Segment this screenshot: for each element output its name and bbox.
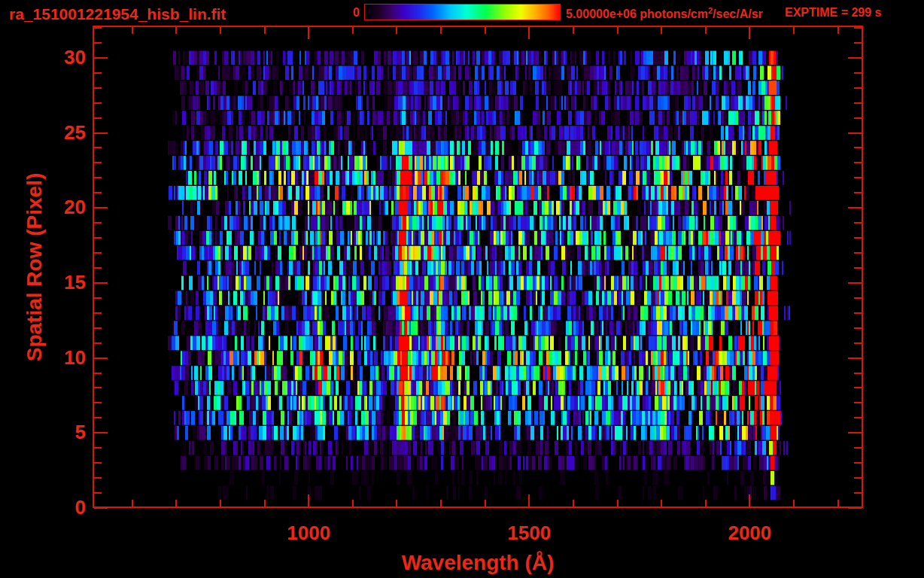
y-axis-tick-right: [854, 267, 862, 269]
y-axis-tick: [94, 373, 102, 374]
x-axis-tick: [175, 500, 177, 507]
x-tick-label: 2000: [697, 522, 802, 543]
x-axis-tick: [528, 494, 530, 507]
y-axis-tick: [94, 282, 108, 284]
y-axis-tick: [94, 462, 102, 464]
x-axis-tick: [440, 500, 442, 507]
y-axis-tick-right: [854, 177, 862, 178]
y-axis-tick-right: [854, 387, 862, 388]
y-axis-tick: [94, 177, 102, 178]
y-axis-tick-right: [854, 147, 862, 148]
y-tick-label: 25: [33, 122, 86, 143]
y-axis-tick-right: [848, 357, 862, 359]
y-axis-tick: [94, 87, 102, 89]
y-tick-label: 5: [33, 421, 86, 443]
y-axis-tick-right: [854, 312, 862, 314]
y-axis-tick-right: [854, 402, 862, 403]
y-axis-tick: [94, 327, 102, 329]
x-axis-tick: [705, 500, 707, 507]
y-axis-tick-right: [854, 462, 862, 464]
y-axis-tick-right: [854, 417, 862, 418]
y-axis-tick: [94, 147, 102, 148]
y-axis-tick: [94, 222, 102, 224]
y-axis-tick-right: [848, 432, 862, 434]
y-axis-tick-right: [848, 282, 862, 284]
x-tick-label: 1000: [256, 522, 361, 543]
x-axis-tick: [485, 500, 486, 507]
x-axis-tick-top: [528, 27, 530, 39]
x-axis-tick: [573, 500, 574, 507]
x-axis-tick-top: [220, 27, 221, 34]
y-axis-tick-right: [848, 207, 862, 208]
colorbar: [364, 4, 561, 20]
y-axis-tick: [94, 57, 108, 59]
x-axis-tick-top: [705, 27, 707, 34]
y-axis-tick: [94, 297, 102, 299]
x-axis-tick: [661, 500, 662, 507]
x-axis-tick-top: [440, 27, 442, 34]
x-axis-title: Wavelength (Å): [342, 551, 613, 575]
y-axis-tick: [94, 192, 102, 193]
y-axis-tick-right: [854, 373, 862, 374]
y-axis-tick: [94, 237, 102, 239]
x-axis-tick-top: [175, 27, 177, 34]
x-axis-tick-top: [485, 27, 486, 34]
x-axis-tick-top: [617, 27, 619, 34]
y-axis-tick-right: [854, 72, 862, 74]
y-axis-tick: [94, 432, 108, 434]
x-axis-tick: [220, 500, 221, 507]
y-axis-tick: [94, 162, 102, 163]
y-axis-tick: [94, 402, 102, 403]
y-axis-tick-right: [854, 447, 862, 449]
spectral-image-window: ra_151001221954_hisb_lin.fit 0 5.00000e+…: [0, 0, 924, 578]
x-axis-tick-top: [352, 27, 354, 34]
y-axis-tick: [94, 267, 102, 269]
y-axis-tick-right: [854, 327, 862, 329]
x-axis-tick-top: [264, 27, 266, 34]
y-axis-tick-right: [854, 477, 862, 479]
y-axis-tick-right: [854, 87, 862, 89]
x-axis-tick-top: [573, 27, 574, 34]
y-axis-tick-right: [854, 342, 862, 344]
colorbar-min-label: 0: [340, 6, 360, 20]
y-axis-tick-right: [854, 42, 862, 44]
y-axis-tick-right: [854, 297, 862, 299]
y-axis-tick: [94, 417, 102, 418]
y-axis-tick-right: [854, 102, 862, 104]
x-axis-tick-top: [396, 27, 397, 34]
y-axis-tick-right: [854, 27, 862, 29]
y-tick-label: 0: [33, 497, 86, 518]
x-axis-tick-top: [661, 27, 662, 34]
y-axis-tick: [94, 477, 102, 479]
y-axis-tick-right: [854, 492, 862, 494]
y-axis-tick-right: [848, 57, 862, 59]
y-axis-tick: [94, 507, 108, 509]
x-axis-tick: [132, 500, 133, 507]
exptime-label: EXPTIME = 299 s: [785, 6, 882, 20]
y-axis-tick-right: [854, 222, 862, 224]
spectral-image-heatmap: [93, 26, 863, 508]
colorbar-gradient: [365, 5, 560, 20]
y-axis-tick-right: [854, 117, 862, 119]
x-axis-tick: [617, 500, 619, 507]
y-axis-tick: [94, 342, 102, 344]
x-axis-tick: [396, 500, 397, 507]
plot-title: ra_151001221954_hisb_lin.fit: [9, 5, 226, 23]
y-axis-tick: [94, 72, 102, 74]
y-axis-tick-right: [854, 162, 862, 163]
y-axis-tick: [94, 447, 102, 449]
x-axis-tick-top: [308, 27, 309, 39]
colorbar-max-label: 5.00000e+06 photons/cm2/sec/A/sr: [566, 6, 763, 21]
y-axis-tick: [94, 357, 108, 359]
colorbar-max-label-prefix: 5.00000e+06 photons/cm: [566, 8, 708, 20]
y-axis-tick-right: [854, 192, 862, 193]
y-axis-tick: [94, 132, 108, 134]
x-axis-tick-top: [132, 27, 133, 34]
y-axis-tick-right: [854, 237, 862, 239]
y-axis-tick: [94, 27, 102, 29]
colorbar-max-label-suffix: /sec/A/sr: [713, 8, 763, 20]
x-axis-tick: [749, 494, 750, 507]
x-axis-tick-top: [749, 27, 750, 39]
y-axis-tick-right: [848, 132, 862, 134]
y-axis-tick: [94, 492, 102, 494]
